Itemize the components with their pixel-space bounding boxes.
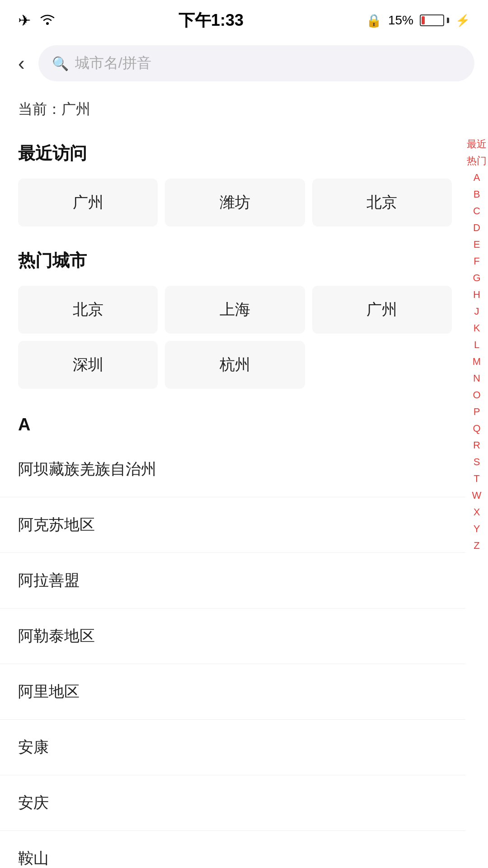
alpha-index-item-K[interactable]: K [465,320,488,336]
city-item-6[interactable]: 安庆 [0,775,465,831]
alpha-index-item-O[interactable]: O [465,387,488,403]
alpha-index-item-热门[interactable]: 热门 [465,152,488,169]
city-item-0[interactable]: 阿坝藏族羌族自治州 [0,442,465,497]
status-time: 下午1:33 [178,9,244,32]
alpha-index-item-P[interactable]: P [465,403,488,420]
status-right-icons: 🔒 15% ⚡ [366,13,470,28]
alpha-index-item-N[interactable]: N [465,370,488,387]
alpha-index-item-L[interactable]: L [465,336,488,353]
city-item-1[interactable]: 阿克苏地区 [0,497,465,553]
bolt-icon: ⚡ [455,14,470,28]
alpha-index-item-M[interactable]: M [465,353,488,370]
hot-cities-grid: 北京 上海 广州 深圳 杭州 [0,281,470,402]
header: ‹ 🔍 城市名/拼音 [0,36,488,90]
recent-cities-grid: 广州 潍坊 北京 [0,174,470,240]
hot-city-3[interactable]: 深圳 [18,341,158,389]
alpha-index-item-E[interactable]: E [465,236,488,253]
city-item-2[interactable]: 阿拉善盟 [0,553,465,609]
alpha-index-item-X[interactable]: X [465,504,488,520]
recent-section-title: 最近访问 [0,133,488,174]
hot-city-1[interactable]: 上海 [165,286,305,334]
alpha-section-A: A [0,402,488,442]
alpha-index-item-G[interactable]: G [465,269,488,286]
lock-icon: 🔒 [366,13,382,28]
hot-city-0[interactable]: 北京 [18,286,158,334]
alpha-index-item-B[interactable]: B [465,186,488,203]
alpha-index-item-T[interactable]: T [465,470,488,487]
alpha-index-item-最近[interactable]: 最近 [465,136,488,152]
alpha-index-item-F[interactable]: F [465,253,488,269]
alpha-index-item-W[interactable]: W [465,487,488,504]
search-bar[interactable]: 🔍 城市名/拼音 [38,45,474,81]
city-item-7[interactable]: 鞍山 [0,831,465,868]
hot-city-2[interactable]: 广州 [312,286,452,334]
hot-city-4[interactable]: 杭州 [165,341,305,389]
alpha-index-item-R[interactable]: R [465,437,488,453]
airplane-icon: ✈ [18,11,31,29]
battery-icon [420,14,449,26]
recent-city-0[interactable]: 广州 [18,179,158,226]
hot-section-title: 热门城市 [0,240,488,281]
alpha-index-item-Z[interactable]: Z [465,537,488,554]
search-placeholder: 城市名/拼音 [75,53,151,73]
city-item-4[interactable]: 阿里地区 [0,664,465,720]
alpha-index-item-Q[interactable]: Q [465,420,488,437]
alpha-index-item-C[interactable]: C [465,203,488,219]
svg-point-0 [46,22,49,25]
alpha-index-item-Y[interactable]: Y [465,520,488,537]
alpha-index-item-A[interactable]: A [465,169,488,186]
current-city-label: 当前：广州 [0,90,488,133]
city-item-5[interactable]: 安康 [0,720,465,775]
alpha-index-item-D[interactable]: D [465,219,488,236]
wifi-icon [39,12,56,29]
alpha-index-item-S[interactable]: S [465,453,488,470]
back-button[interactable]: ‹ [14,52,29,75]
alphabet-index[interactable]: 最近热门ABCDEFGHJKLMNOPQRSTWXYZ [465,136,488,554]
recent-city-2[interactable]: 北京 [312,179,452,226]
city-item-3[interactable]: 阿勒泰地区 [0,609,465,664]
alpha-index-item-H[interactable]: H [465,286,488,303]
alpha-index-item-J[interactable]: J [465,303,488,320]
battery-percent: 15% [388,13,413,28]
status-bar: ✈ 下午1:33 🔒 15% ⚡ [0,0,488,36]
status-left-icons: ✈ [18,11,56,29]
recent-city-1[interactable]: 潍坊 [165,179,305,226]
search-icon: 🔍 [52,56,69,71]
